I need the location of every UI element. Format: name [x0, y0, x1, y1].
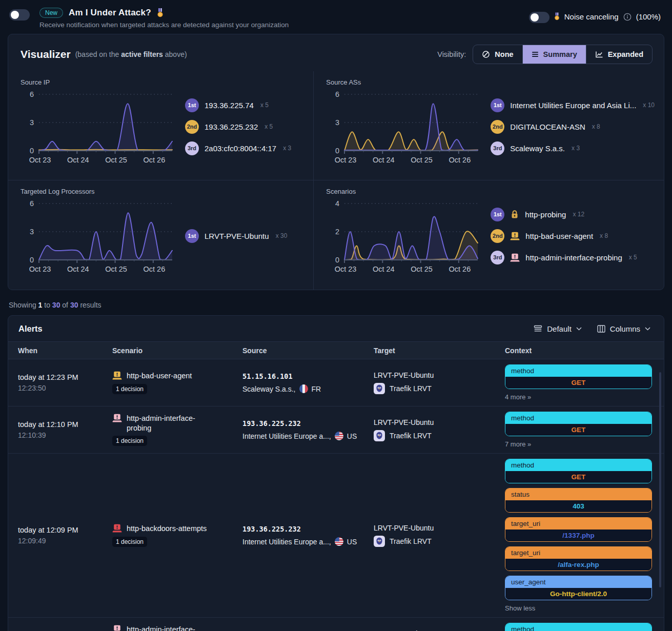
- chart-title: Targeted Log Processors: [21, 188, 304, 195]
- legend-item[interactable]: 1stLRVT-PVE-Ubuntux 30: [185, 229, 287, 243]
- svg-text:0: 0: [335, 256, 339, 264]
- rank-badge: 2nd: [491, 229, 504, 243]
- view-selector-button[interactable]: Default: [534, 324, 582, 333]
- svg-text:Oct 25: Oct 25: [105, 156, 127, 164]
- source-org-name: Scaleway S.a.s.,: [242, 385, 296, 393]
- context-expand-link[interactable]: Show less: [505, 604, 652, 612]
- context-cell: methodGET4 more »: [505, 364, 659, 401]
- svg-text:0: 0: [30, 147, 34, 155]
- table-row[interactable]: today at 12:23 PM12:23:50http-bad-user-a…: [8, 359, 664, 406]
- columns-icon: [597, 325, 605, 333]
- source-org: Internet Utilities Europe a...,US: [242, 537, 374, 546]
- legend-label: Internet Utilities Europe and Asia Li...: [510, 101, 636, 110]
- table-scrollbar[interactable]: [659, 372, 661, 587]
- traefik-logo-icon: [374, 383, 385, 394]
- legend-item[interactable]: 1st193.36.225.74x 5: [185, 98, 291, 112]
- svg-text:Oct 26: Oct 26: [449, 265, 471, 273]
- table-row[interactable]: today at 12:10 PM12:10:39http-admin-inte…: [8, 406, 664, 454]
- svg-text:Oct 24: Oct 24: [373, 156, 395, 164]
- target-cell: LRVT-PVE-UbuntuTraefik LRVT: [374, 418, 505, 441]
- visibility-label: Visibility:: [437, 50, 466, 58]
- chart-legend: 1st193.36.225.74x 52nd193.36.225.232x 53…: [185, 98, 291, 155]
- table-row[interactable]: today at 12:09 PM12:09:49http-backdoors-…: [8, 454, 664, 618]
- context-chip-value: 403: [505, 500, 651, 512]
- svg-text:Oct 23: Oct 23: [29, 156, 51, 164]
- source-org-name: Internet Utilities Europe a...,: [242, 538, 331, 546]
- alert-time: today at 12:10 PM: [18, 420, 112, 429]
- visibility-expanded-button[interactable]: Expanded: [586, 45, 652, 64]
- rank-badge: 3rd: [491, 141, 504, 155]
- svg-text:0: 0: [335, 147, 339, 155]
- legend-item[interactable]: 3rdScaleway S.a.s.x 3: [491, 141, 655, 155]
- laptop-alert-icon: [510, 253, 520, 262]
- legend-item[interactable]: 1stInternet Utilities Europe and Asia Li…: [491, 98, 655, 112]
- laptop-alert-icon: [112, 414, 122, 422]
- info-icon[interactable]: [623, 13, 632, 21]
- context-cell: methodGETstatus403target_uri/1337.phptar…: [505, 459, 659, 612]
- legend-item[interactable]: 2nd193.36.225.232x 5: [185, 120, 291, 134]
- svg-text:6: 6: [30, 199, 34, 208]
- source-country-code: FR: [312, 385, 321, 393]
- summary-icon: [532, 51, 539, 57]
- context-expand-link[interactable]: 4 more »: [505, 393, 652, 401]
- table-body: today at 12:23 PM12:23:50http-bad-user-a…: [8, 359, 664, 631]
- target-cell: LRVT-PVE-UbuntuTraefik LRVT: [374, 524, 505, 547]
- line-chart-icon: [595, 51, 603, 58]
- scenario-name: http-bad-user-agent: [127, 371, 192, 380]
- results-summary: Showing 1 to 30 of 30 results: [9, 301, 672, 309]
- table-row[interactable]: today at 12:07 PM12:07:49http-admin-inte…: [8, 618, 664, 631]
- am-i-under-attack-toggle[interactable]: [9, 9, 30, 21]
- alert-time: today at 12:23 PM: [18, 373, 112, 381]
- context-chip-key: status: [505, 488, 651, 500]
- when-cell: today at 12:23 PM12:23:50: [18, 373, 112, 392]
- context-chip-user_agent: user_agentGo-http-client/2.0: [505, 576, 652, 600]
- context-chip-value: Go-http-client/2.0: [505, 588, 651, 600]
- column-header-target[interactable]: Target: [374, 347, 505, 355]
- flag-fr-icon: [299, 384, 308, 393]
- viz-cell-source-ip: Source IP036Oct 23Oct 24Oct 25Oct 261st1…: [8, 71, 314, 180]
- medal-icon: [157, 8, 164, 18]
- scenario-cell: http-admin-interface-probing1 decision: [112, 414, 242, 445]
- context-expand-link[interactable]: 7 more »: [505, 440, 652, 448]
- viz-cell-targeted-log-processors: Targeted Log Processors036Oct 23Oct 24Oc…: [8, 180, 314, 290]
- column-header-source[interactable]: Source: [242, 347, 374, 355]
- viz-cell-source-ass: Source ASs036Oct 23Oct 24Oct 25Oct 261st…: [314, 71, 664, 180]
- context-chip-method: methodGET: [505, 412, 652, 436]
- top-bar: New Am I Under Attack? Receive notificat…: [0, 0, 672, 34]
- scenario-cell: http-backdoors-attempts1 decision: [112, 524, 242, 546]
- legend-count: x 5: [264, 123, 273, 130]
- column-header-when[interactable]: When: [18, 347, 112, 355]
- legend-item[interactable]: 3rdhttp-admin-interface-probingx 5: [491, 251, 637, 264]
- svg-text:Oct 25: Oct 25: [105, 265, 127, 273]
- noise-canceling-label: Noise canceling: [564, 12, 619, 21]
- flag-us-icon: [335, 432, 343, 440]
- rank-badge: 3rd: [185, 141, 199, 155]
- context-cell: methodGET7 more »: [505, 412, 659, 448]
- legend-item[interactable]: 3rd2a03:cfc0:8004::4:17x 3: [185, 141, 291, 155]
- visibility-summary-button[interactable]: Summary: [522, 45, 586, 64]
- legend-item[interactable]: 1sthttp-probingx 12: [491, 208, 637, 221]
- svg-text:4: 4: [335, 199, 339, 208]
- column-header-scenario[interactable]: Scenario: [112, 347, 242, 355]
- source-ip: 193.36.225.232: [242, 525, 374, 533]
- rank-badge: 1st: [185, 98, 199, 112]
- context-chip-key: target_uri: [505, 518, 651, 530]
- noise-canceling-toggle[interactable]: [529, 12, 549, 23]
- source-ip: 193.36.225.232: [242, 419, 374, 428]
- context-chip-method: methodGET: [505, 623, 652, 631]
- legend-item[interactable]: 2ndhttp-bad-user-agentx 8: [491, 229, 637, 243]
- source-cell: 193.36.225.232Internet Utilities Europe …: [242, 419, 374, 440]
- legend-label: 193.36.225.74: [205, 101, 254, 110]
- decision-count-badge: 1 decision: [112, 436, 147, 446]
- legend-item[interactable]: 2ndDIGITALOCEAN-ASNx 8: [491, 120, 655, 134]
- traefik-logo-icon: [374, 430, 385, 441]
- column-header-context[interactable]: Context: [505, 347, 659, 355]
- svg-text:Oct 23: Oct 23: [29, 265, 51, 273]
- decision-count-badge: 1 decision: [112, 537, 147, 547]
- context-chip-target_uri: target_uri/alfa-rex.php: [505, 546, 652, 571]
- source-country-code: US: [347, 538, 357, 546]
- legend-count: x 3: [572, 145, 580, 152]
- columns-selector-button[interactable]: Columns: [597, 324, 650, 333]
- visibility-none-button[interactable]: None: [473, 45, 522, 64]
- legend-count: x 3: [283, 145, 291, 152]
